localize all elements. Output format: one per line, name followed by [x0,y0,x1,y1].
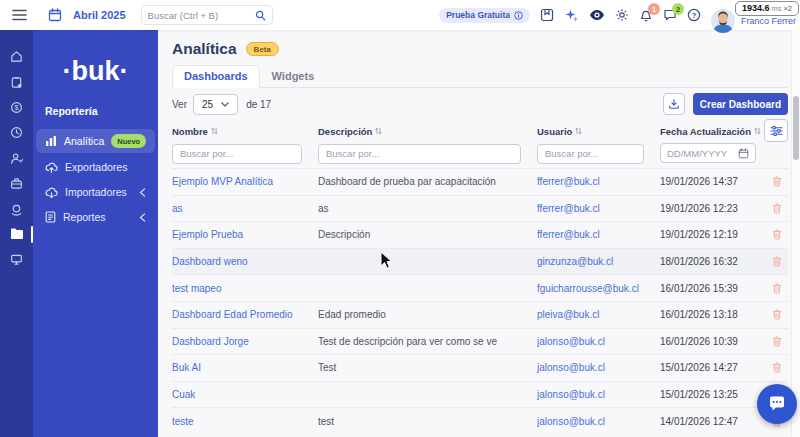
rail-people-icon[interactable] [0,146,33,171]
sidebar-item-reportes[interactable]: Reportes [36,206,155,228]
dashboard-name-link[interactable]: Dashboard Jorge [172,336,318,347]
table-row[interactable]: Dashboard Jorge Test de descripción para… [172,328,788,355]
dashboard-name-link[interactable]: Cuak [172,389,318,400]
dashboard-name-link[interactable]: Buk AI [172,362,318,373]
dashboard-name-link[interactable]: teste [172,416,318,427]
page-scrollbar[interactable] [791,30,800,437]
dashboard-updated-at: 19/01/2026 12:19 [660,229,772,240]
column-label: Descripción [318,126,372,137]
column-header-usuario[interactable]: Usuario [537,126,660,137]
table-row[interactable]: Ejemplo Prueba Descripción fferrer@buk.c… [172,221,788,248]
global-search[interactable] [141,5,273,25]
column-header-nombre[interactable]: Nombre [172,126,318,137]
app-body: $ ·buk· Reportería Analítica Nuevo Expor… [0,30,800,437]
column-header-descripcion[interactable]: Descripción [318,126,537,137]
rail-history-icon[interactable] [0,120,33,145]
sidebar-item-label: Exportadores [65,161,127,173]
delete-button[interactable] [772,309,788,320]
analytics-icon [45,135,57,147]
dashboard-owner-link[interactable]: jalonso@buk.cl [537,389,660,400]
table-row[interactable]: Dashboard Edad Promedio Edad promedio pl… [172,301,788,328]
filter-descripcion-input[interactable] [318,144,521,164]
tab-widgets[interactable]: Widgets [260,65,327,87]
help-icon[interactable]: ? [687,8,701,22]
scrollbar-thumb[interactable] [793,96,799,160]
delete-button[interactable] [772,336,788,347]
table-row[interactable]: Cuak jalonso@buk.cl 15/01/2026 13:25 [172,381,788,408]
table-row[interactable]: test mapeo fguicharrousse@buk.cl 16/01/2… [172,274,788,301]
dashboards-table: Nombre Descripción Usuario Fecha Actuali… [172,119,788,434]
ai-sparkles-icon[interactable] [564,8,579,23]
gear-icon[interactable] [615,8,629,22]
filter-usuario-input[interactable] [537,144,644,164]
sidebar-item-analitica[interactable]: Analítica Nuevo [36,129,155,153]
dashboard-owner-link[interactable]: ginzunza@buk.cl [537,256,660,267]
bookmark-icon[interactable] [540,8,554,22]
notifications-bell[interactable]: 1 [639,8,653,22]
buk-logo[interactable]: ·buk· [33,56,158,87]
dashboard-name-link[interactable]: Ejemplo Prueba [172,229,318,240]
create-dashboard-button[interactable]: Crear Dashboard [693,93,788,115]
messages-icon[interactable]: 2 [663,8,677,22]
tab-dashboards[interactable]: Dashboards [172,65,260,88]
dashboard-owner-link[interactable]: jalonso@buk.cl [537,362,660,373]
mouse-cursor [380,252,394,270]
delete-button[interactable] [772,203,788,214]
report-icon [45,211,56,223]
dashboard-owner-link[interactable]: fferrer@buk.cl [537,176,660,187]
search-input[interactable] [148,10,255,21]
dashboard-owner-link[interactable]: fferrer@buk.cl [537,229,660,240]
delete-button[interactable] [772,362,788,373]
table-row[interactable]: as as fferrer@buk.cl 19/01/2026 12:23 [172,195,788,222]
rail-reports-folder-icon[interactable] [0,222,33,247]
delete-button[interactable] [772,283,788,294]
filter-nombre-input[interactable] [172,144,302,164]
rail-tasks-icon[interactable] [0,69,33,94]
sidebar-item-exportadores[interactable]: Exportadores [36,156,155,178]
dashboard-owner-link[interactable]: pleiva@buk.cl [537,309,660,320]
table-row[interactable]: Dashboard weno ginzunza@buk.cl 18/01/202… [172,248,788,275]
dashboard-name-link[interactable]: Dashboard Edad Promedio [172,309,318,320]
table-row[interactable]: Buk AI Test jalonso@buk.cl 15/01/2026 14… [172,354,788,381]
filter-toggle-button[interactable] [764,119,788,142]
period-label[interactable]: Abril 2025 [73,9,126,21]
dashboard-owner-link[interactable]: jalonso@buk.cl [537,416,660,427]
dashboard-name-link[interactable]: Dashboard weno [172,256,318,267]
dashboard-name-link[interactable]: test mapeo [172,283,318,294]
rail-payments-icon[interactable]: $ [0,95,33,120]
dashboard-name-link[interactable]: Ejemplo MVP Analítica [172,176,318,187]
sidebar-rail: $ [0,30,33,437]
column-header-fecha[interactable]: Fecha Actualización [660,126,772,137]
trial-badge[interactable]: Prueba Gratuita [439,8,530,23]
rail-monitor-icon[interactable] [0,247,33,272]
table-filter-row: DD/MM/YYYY [172,143,788,168]
dashboard-owner-link[interactable]: fguicharrousse@buk.cl [537,283,660,294]
dashboard-updated-at: 18/01/2026 16:32 [660,256,772,267]
dashboard-owner-link[interactable]: jalonso@buk.cl [537,336,660,347]
dashboard-name-link[interactable]: as [172,203,318,214]
delete-button[interactable] [772,176,788,187]
delete-button[interactable] [772,229,788,240]
download-button[interactable] [663,93,685,115]
calendar-icon[interactable] [48,8,62,22]
cloud-upload-icon [45,162,58,173]
filter-fecha-input[interactable]: DD/MM/YYYY [660,143,756,163]
table-row[interactable]: teste test jalonso@buk.cl 14/01/2026 12:… [172,407,788,434]
notification-count: 1 [648,3,660,15]
eye-icon[interactable] [589,9,605,21]
messages-count: 2 [672,3,684,15]
sidebar-item-importadores[interactable]: Importadores [36,181,155,203]
table-row[interactable]: Ejemplo MVP Analítica Dashboard de prueb… [172,168,788,195]
dashboard-description: Descripción [318,229,537,240]
dashboard-owner-link[interactable]: fferrer@buk.cl [537,203,660,214]
hamburger-icon[interactable] [12,9,27,21]
rail-home-icon[interactable] [0,44,33,69]
delete-button[interactable] [772,256,788,267]
search-icon[interactable] [255,10,266,21]
sidebar-item-label: Importadores [65,186,127,198]
rail-benefits-icon[interactable] [0,196,33,221]
chat-launcher[interactable] [757,384,797,424]
column-label: Fecha Actualización [660,126,751,137]
rail-briefcase-icon[interactable] [0,171,33,196]
page-size-select[interactable]: 25 [193,94,238,115]
